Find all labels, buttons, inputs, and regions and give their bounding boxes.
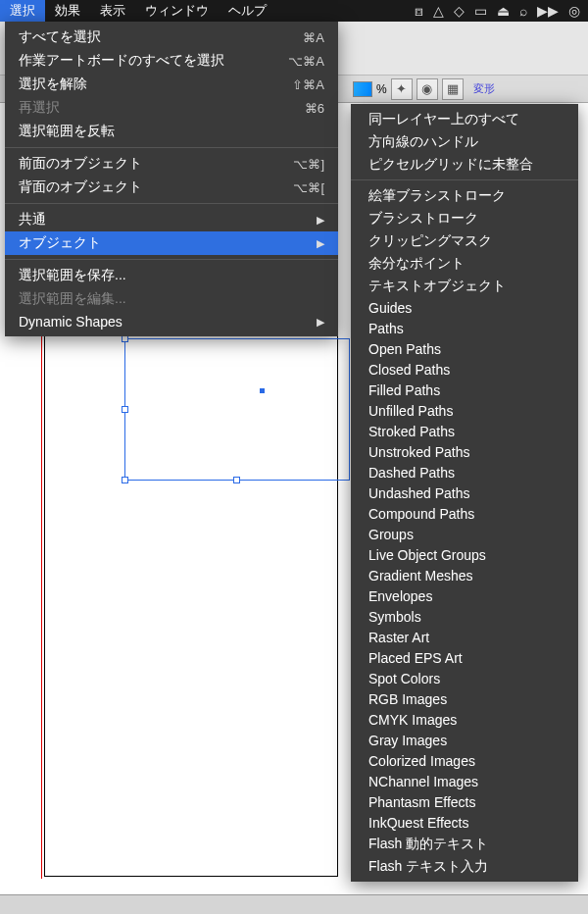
selected-rect[interactable] bbox=[124, 338, 350, 481]
submenu-item[interactable]: Flash 動的テキスト bbox=[351, 833, 578, 855]
target-icon[interactable]: ◎ bbox=[568, 3, 580, 19]
handle-tl[interactable] bbox=[122, 335, 128, 342]
menu-item[interactable]: 選択を解除⇧⌘A bbox=[5, 73, 338, 96]
menubar: 選択 効果 表示 ウィンドウ ヘルプ ⧈ △ ◇ ▭ ⏏ ⌕ ▶▶ ◎ bbox=[0, 0, 588, 22]
handle-bl[interactable] bbox=[122, 477, 128, 483]
menu-help[interactable]: ヘルプ bbox=[219, 0, 276, 22]
menu-item: 再選択⌘6 bbox=[5, 96, 338, 120]
system-tray: ⧈ △ ◇ ▭ ⏏ ⌕ ▶▶ ◎ bbox=[415, 3, 588, 20]
menu-item[interactable]: 背面のオブジェクト⌥⌘[ bbox=[5, 176, 338, 199]
menu-item[interactable]: 作業アートボードのすべてを選択⌥⌘A bbox=[5, 49, 338, 73]
submenu-item[interactable]: 絵筆ブラシストローク bbox=[351, 184, 578, 207]
submenu-item[interactable]: Flash テキスト入力 bbox=[351, 855, 578, 878]
submenu-item[interactable]: Symbols bbox=[351, 606, 578, 627]
submenu-item[interactable]: Closed Paths bbox=[351, 359, 578, 380]
evernote-icon[interactable]: ◇ bbox=[454, 3, 465, 19]
submenu-item[interactable]: Spot Colors bbox=[351, 668, 578, 688]
status-bar bbox=[0, 894, 588, 914]
submenu-item[interactable]: Gradient Meshes bbox=[351, 565, 578, 585]
menu-item: 選択範囲を編集... bbox=[5, 287, 338, 311]
submenu-item[interactable]: 同一レイヤー上のすべて bbox=[351, 108, 578, 130]
menu-item[interactable]: 選択範囲を保存... bbox=[5, 264, 338, 287]
percent-label: % bbox=[376, 82, 387, 96]
search-icon[interactable]: ⌕ bbox=[519, 3, 527, 19]
submenu-item[interactable]: Stroked Paths bbox=[351, 421, 578, 441]
submenu-item[interactable]: 余分なポイント bbox=[351, 252, 578, 275]
submenu-item[interactable]: Gray Images bbox=[351, 730, 578, 750]
center-point bbox=[260, 388, 265, 393]
submenu-item[interactable]: Phantasm Effects bbox=[351, 791, 578, 812]
menu-window[interactable]: ウィンドウ bbox=[135, 0, 219, 22]
submenu-item[interactable]: Guides bbox=[351, 297, 578, 318]
opacity-swatch[interactable] bbox=[353, 81, 372, 97]
menu-item[interactable]: すべてを選択⌘A bbox=[5, 25, 338, 49]
lock-icon[interactable]: ⏏ bbox=[497, 3, 510, 19]
submenu-item[interactable]: Unstroked Paths bbox=[351, 441, 578, 462]
menu-select[interactable]: 選択 bbox=[0, 0, 45, 22]
recolor-icon[interactable]: ◉ bbox=[416, 78, 438, 100]
submenu-item[interactable]: Live Object Groups bbox=[351, 544, 578, 565]
submenu-item[interactable]: Placed EPS Art bbox=[351, 647, 578, 668]
menu-item[interactable]: Dynamic Shapes▶ bbox=[5, 311, 338, 332]
submenu-item[interactable]: 方向線のハンドル bbox=[351, 130, 578, 153]
submenu-item[interactable]: Compound Paths bbox=[351, 503, 578, 524]
menu-view[interactable]: 表示 bbox=[90, 0, 135, 22]
handle-bm[interactable] bbox=[233, 477, 240, 483]
menu-item[interactable]: 共通▶ bbox=[5, 208, 338, 231]
wand-icon[interactable]: ✦ bbox=[391, 78, 413, 100]
submenu-item[interactable]: ブラシストローク bbox=[351, 207, 578, 229]
tool-icon[interactable]: ▭ bbox=[474, 3, 487, 19]
submenu-item[interactable]: Filled Paths bbox=[351, 380, 578, 400]
align-icon[interactable]: ▦ bbox=[442, 78, 464, 100]
submenu-item[interactable]: テキストオブジェクト bbox=[351, 275, 578, 297]
submenu-item[interactable]: RGB Images bbox=[351, 688, 578, 709]
object-submenu: 同一レイヤー上のすべて方向線のハンドルピクセルグリッドに未整合絵筆ブラシストロー… bbox=[351, 104, 578, 882]
handle-ml[interactable] bbox=[122, 406, 128, 413]
submenu-item[interactable]: クリッピングマスク bbox=[351, 229, 578, 252]
submenu-item[interactable]: Paths bbox=[351, 318, 578, 338]
bleed-guide bbox=[41, 251, 42, 879]
select-menu-dropdown: すべてを選択⌘A作業アートボードのすべてを選択⌥⌘A選択を解除⇧⌘A再選択⌘6選… bbox=[5, 22, 338, 336]
submenu-item[interactable]: InkQuest Effects bbox=[351, 812, 578, 833]
submenu-item[interactable]: Raster Art bbox=[351, 627, 578, 647]
submenu-item[interactable]: NChannel Images bbox=[351, 771, 578, 791]
gdrive-icon[interactable]: △ bbox=[433, 3, 444, 19]
submenu-item[interactable]: CMYK Images bbox=[351, 709, 578, 730]
menu-item[interactable]: オブジェクト▶ bbox=[5, 231, 338, 255]
menu-item[interactable]: 前面のオブジェクト⌥⌘] bbox=[5, 152, 338, 176]
menu-item[interactable]: 選択範囲を反転 bbox=[5, 120, 338, 143]
menu-effect[interactable]: 効果 bbox=[45, 0, 90, 22]
dropbox-icon[interactable]: ⧈ bbox=[415, 3, 423, 20]
submenu-item[interactable]: Envelopes bbox=[351, 585, 578, 606]
transform-label[interactable]: 変形 bbox=[473, 81, 495, 96]
sync-icon[interactable]: ▶▶ bbox=[537, 3, 559, 19]
submenu-item[interactable]: Groups bbox=[351, 524, 578, 544]
submenu-item[interactable]: Dashed Paths bbox=[351, 462, 578, 482]
submenu-item[interactable]: Open Paths bbox=[351, 338, 578, 359]
submenu-item[interactable]: ピクセルグリッドに未整合 bbox=[351, 153, 578, 176]
submenu-item[interactable]: Undashed Paths bbox=[351, 482, 578, 503]
submenu-item[interactable]: Colorized Images bbox=[351, 750, 578, 771]
submenu-item[interactable]: Unfilled Paths bbox=[351, 400, 578, 421]
